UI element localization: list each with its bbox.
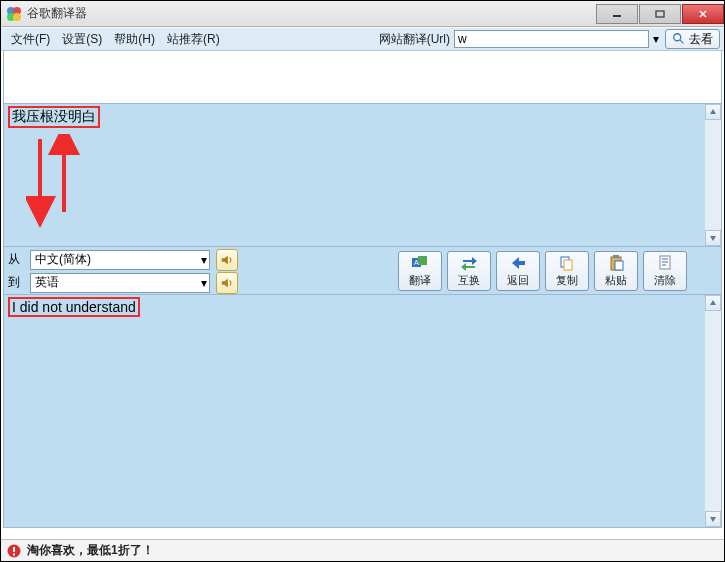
title-bar: 谷歌翻译器 — [1, 1, 724, 27]
copy-icon — [558, 254, 576, 272]
clear-label: 清除 — [654, 273, 676, 288]
svg-point-8 — [674, 34, 681, 41]
svg-point-3 — [13, 13, 21, 21]
scroll-down-icon[interactable] — [705, 511, 721, 527]
to-language-select[interactable]: 英语 ▾ — [30, 273, 210, 293]
translate-icon: A — [411, 254, 429, 272]
menu-file[interactable]: 文件(F) — [5, 31, 56, 48]
paste-label: 粘贴 — [605, 273, 627, 288]
maximize-button[interactable] — [639, 4, 681, 24]
target-text-pane: I did not understand — [3, 295, 722, 528]
annotation-arrows — [26, 134, 86, 237]
paste-button[interactable]: 粘贴 — [594, 251, 638, 291]
speak-target-button[interactable] — [216, 272, 238, 294]
window-buttons — [595, 4, 724, 24]
from-language-select[interactable]: 中文(简体) ▾ — [30, 250, 210, 270]
copy-button[interactable]: 复制 — [545, 251, 589, 291]
status-bar: 淘你喜欢，最低1折了！ — [1, 539, 724, 561]
target-scrollbar[interactable] — [705, 295, 721, 527]
scroll-up-icon[interactable] — [705, 104, 721, 120]
copy-label: 复制 — [556, 273, 578, 288]
chevron-down-icon: ▾ — [201, 276, 207, 290]
menu-settings[interactable]: 设置(S) — [56, 31, 108, 48]
info-icon — [7, 544, 21, 558]
swap-icon — [460, 254, 478, 272]
window-title: 谷歌翻译器 — [27, 5, 595, 22]
target-text: I did not understand — [12, 299, 136, 315]
url-translate-label: 网站翻译(Url) — [379, 31, 450, 48]
back-label: 返回 — [507, 273, 529, 288]
clear-button[interactable]: 清除 — [643, 251, 687, 291]
target-textarea[interactable]: I did not understand — [4, 295, 705, 527]
annotation-highlight-target: I did not understand — [8, 297, 140, 317]
minimize-button[interactable] — [596, 4, 638, 24]
annotation-highlight-source: 我压根没明白 — [8, 106, 100, 128]
svg-rect-18 — [613, 255, 619, 258]
menu-recommend[interactable]: 站推荐(R) — [161, 31, 226, 48]
to-language-value: 英语 — [35, 274, 59, 291]
to-label: 到 — [8, 274, 30, 291]
swap-label: 互换 — [458, 273, 480, 288]
svg-rect-5 — [656, 11, 664, 17]
menu-help[interactable]: 帮助(H) — [108, 31, 161, 48]
close-button[interactable] — [682, 4, 724, 24]
history-panel — [3, 51, 722, 104]
back-icon — [509, 254, 527, 272]
source-textarea[interactable]: 我压根没明白 — [4, 104, 705, 246]
scroll-up-icon[interactable] — [705, 295, 721, 311]
svg-rect-16 — [564, 260, 572, 270]
go-button-label: 去看 — [689, 31, 713, 48]
menu-bar: 文件(F) 设置(S) 帮助(H) 站推荐(R) 网站翻译(Url) ▾ 去看 — [1, 27, 724, 51]
search-icon — [672, 32, 686, 46]
clear-icon — [656, 254, 674, 272]
from-label: 从 — [8, 251, 30, 268]
go-button[interactable]: 去看 — [665, 29, 720, 49]
back-button[interactable]: 返回 — [496, 251, 540, 291]
action-buttons: A 翻译 互换 返回 复制 粘贴 清除 — [398, 249, 717, 292]
url-input[interactable] — [454, 30, 649, 48]
svg-text:A: A — [414, 259, 419, 266]
swap-button[interactable]: 互换 — [447, 251, 491, 291]
speaker-icon — [220, 253, 234, 267]
svg-rect-13 — [418, 256, 427, 265]
chevron-down-icon: ▾ — [201, 253, 207, 267]
source-text: 我压根没明白 — [12, 108, 96, 124]
status-message: 淘你喜欢，最低1折了！ — [27, 542, 154, 559]
svg-line-9 — [680, 40, 684, 44]
svg-rect-19 — [615, 261, 623, 270]
speak-source-button[interactable] — [216, 249, 238, 271]
speaker-icon — [220, 276, 234, 290]
paste-icon — [607, 254, 625, 272]
app-icon — [6, 6, 22, 22]
svg-rect-25 — [13, 547, 15, 552]
svg-rect-26 — [13, 553, 15, 555]
language-toolbar: 从 中文(简体) ▾ 到 英语 ▾ — [3, 247, 722, 295]
translate-button[interactable]: A 翻译 — [398, 251, 442, 291]
url-dropdown-arrow[interactable]: ▾ — [653, 32, 659, 46]
translate-label: 翻译 — [409, 273, 431, 288]
source-text-pane: 我压根没明白 — [3, 104, 722, 247]
source-scrollbar[interactable] — [705, 104, 721, 246]
scroll-down-icon[interactable] — [705, 230, 721, 246]
content-area: 我压根没明白 从 中文(简体) — [1, 51, 724, 528]
from-language-value: 中文(简体) — [35, 251, 91, 268]
